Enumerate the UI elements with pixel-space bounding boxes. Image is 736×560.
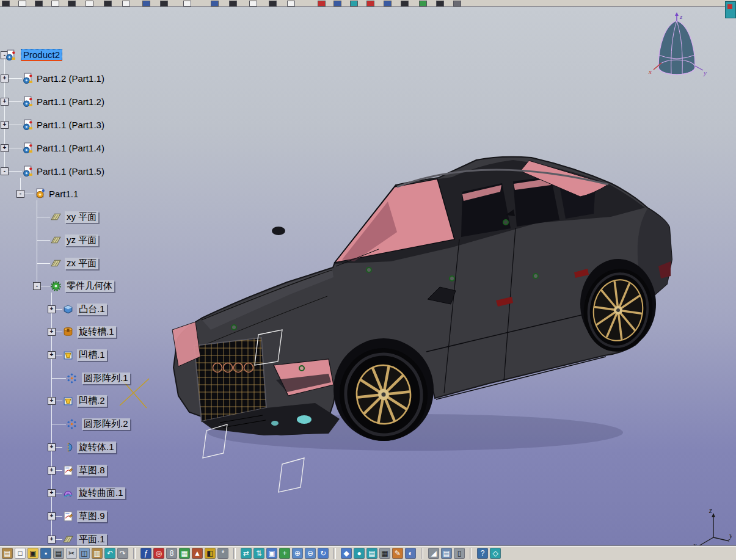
expand-toggle[interactable]: +: [48, 351, 56, 359]
part-icon[interactable]: [34, 188, 46, 200]
pad-icon[interactable]: [62, 304, 74, 315]
sketch-icon[interactable]: [62, 511, 74, 522]
cut-icon[interactable]: ✂: [66, 548, 77, 559]
product-icon[interactable]: [22, 73, 34, 84]
grid-icon[interactable]: ▦: [379, 548, 390, 559]
zoom-out-icon[interactable]: ⊖: [305, 548, 316, 559]
groove-icon[interactable]: [62, 326, 74, 338]
open-folder-icon[interactable]: ▣: [27, 548, 38, 559]
toolbar-icon-partial[interactable]: [122, 1, 130, 7]
circular-pattern-icon[interactable]: [66, 418, 78, 430]
tree-node-label[interactable]: Part1.1 (Part1.4): [37, 143, 104, 153]
expand-toggle[interactable]: +: [48, 443, 56, 451]
table-icon[interactable]: ▦: [179, 548, 190, 559]
expand-toggle[interactable]: +: [48, 305, 56, 313]
toolbar-icon-partial[interactable]: [35, 1, 43, 7]
save-icon[interactable]: ▪: [40, 548, 51, 559]
tree-node-label[interactable]: Part1.1 (Part1.2): [37, 96, 104, 107]
toolbar-icon-partial[interactable]: [104, 1, 112, 7]
expand-toggle[interactable]: +: [48, 467, 56, 475]
expand-toggle[interactable]: +: [1, 144, 9, 152]
toolbar-icon-partial[interactable]: [18, 1, 26, 7]
tree-node-label[interactable]: 旋转体.1: [77, 442, 116, 453]
expand-toggle[interactable]: +: [48, 489, 56, 497]
expand-toggle[interactable]: +: [1, 98, 9, 106]
tree-node-label[interactable]: 圆形阵列.2: [82, 418, 130, 430]
product-icon[interactable]: [22, 165, 34, 177]
top-toolbar-partial[interactable]: [0, 0, 736, 7]
tree-node-label[interactable]: 凸台.1: [77, 304, 107, 315]
paste-icon[interactable]: ▥: [92, 548, 103, 559]
toolbar-icon-partial[interactable]: [287, 1, 295, 7]
toolbar-icon-partial[interactable]: [2, 1, 10, 7]
tree-node-label[interactable]: Product2: [21, 49, 62, 61]
new-document-icon[interactable]: □: [15, 548, 26, 559]
tree-node-shaft1[interactable]: 旋转体.1: [77, 440, 116, 454]
revolve-surface-icon[interactable]: [62, 487, 74, 499]
toolbar-icon-partial[interactable]: [453, 1, 461, 7]
tree-node-label[interactable]: Part1.2 (Part1.1): [37, 73, 104, 84]
sheet-icon[interactable]: ▤: [366, 548, 377, 559]
gear-icon[interactable]: *: [217, 548, 228, 559]
expand-toggle[interactable]: +: [48, 328, 56, 336]
toolbar-icon-partial[interactable]: [384, 1, 392, 7]
sketch-icon[interactable]: [62, 465, 74, 476]
car-model[interactable]: [110, 147, 684, 501]
toolbar-icon-partial[interactable]: [68, 1, 76, 7]
print-icon[interactable]: ▤: [53, 548, 64, 559]
tree-node-part[interactable]: Part1.2 (Part1.1): [37, 71, 104, 85]
add-icon[interactable]: +: [279, 548, 290, 559]
tree-node-label[interactable]: 凹槽.2: [77, 395, 107, 407]
pencil-icon[interactable]: ✎: [392, 548, 403, 559]
collapse-toggle[interactable]: -: [33, 282, 41, 290]
function-icon[interactable]: ƒ: [140, 548, 151, 559]
toolbar-icon-partial[interactable]: [401, 1, 409, 7]
redo-icon[interactable]: ↷: [117, 548, 128, 559]
swap-horizontal-icon[interactable]: ⇄: [241, 548, 252, 559]
toolbar-icon-partial[interactable]: [160, 1, 168, 7]
undo-icon[interactable]: ↶: [104, 548, 115, 559]
tree-node-label[interactable]: xy 平面: [65, 211, 98, 223]
tree-node-circpattern2[interactable]: 圆形阵列.2: [82, 417, 130, 431]
toolbar-icon-partial[interactable]: [350, 1, 358, 7]
tree-node-label[interactable]: 草图.9: [77, 511, 107, 522]
plane-icon[interactable]: [62, 534, 74, 545]
tree-node-pocket2[interactable]: 凹槽.2: [77, 394, 107, 407]
toolbar-icon-partial[interactable]: [51, 1, 59, 7]
expand-toggle[interactable]: +: [48, 397, 56, 405]
measure-icon[interactable]: ◢: [428, 548, 439, 559]
toolbar-icon-partial[interactable]: [142, 1, 150, 7]
help-icon[interactable]: ?: [477, 548, 488, 559]
select-icon[interactable]: ◇: [490, 548, 501, 559]
view-compass[interactable]: z x y: [646, 12, 707, 82]
toolbar-icon-partial[interactable]: [211, 1, 219, 7]
plane-icon[interactable]: [50, 235, 62, 246]
lock-icon[interactable]: ◧: [205, 548, 216, 559]
tree-node-sketch9[interactable]: 草图.9: [77, 509, 107, 523]
tree-node-label[interactable]: 圆形阵列.1: [82, 373, 130, 384]
shaft-icon[interactable]: [62, 442, 74, 453]
tree-node-label[interactable]: 凹槽.1: [77, 349, 107, 361]
clipboard-icon[interactable]: ▤: [2, 548, 13, 559]
product-icon[interactable]: [22, 119, 34, 131]
tree-node-label[interactable]: 旋转曲面.1: [77, 487, 125, 499]
pocket-icon[interactable]: [62, 395, 74, 407]
part-body-icon[interactable]: [50, 280, 62, 292]
tree-node-part[interactable]: Part1.1 (Part1.3): [37, 118, 104, 131]
tree-node-label[interactable]: 零件几何体: [65, 280, 114, 292]
knowledge-icon[interactable]: 8: [166, 548, 177, 559]
collapse-toggle[interactable]: -: [16, 190, 24, 198]
copy-icon[interactable]: ◫: [79, 548, 90, 559]
trash-icon[interactable]: ▯: [454, 548, 465, 559]
tree-node-part[interactable]: Part1.1 (Part1.2): [37, 95, 104, 108]
tree-node-zx-plane[interactable]: zx 平面: [65, 256, 98, 270]
tree-node-part[interactable]: Part1.1 (Part1.4): [37, 141, 104, 155]
sphere-icon[interactable]: ◐: [405, 548, 416, 559]
tree-node-label[interactable]: yz 平面: [65, 235, 98, 246]
product-icon[interactable]: [22, 142, 34, 154]
layers-icon[interactable]: ▤: [441, 548, 452, 559]
toolbar-icon-partial[interactable]: [183, 1, 191, 7]
tree-node-plane1[interactable]: 平面.1: [77, 533, 107, 546]
tree-node-label[interactable]: 草图.8: [77, 465, 107, 476]
circular-pattern-icon[interactable]: [66, 373, 78, 384]
